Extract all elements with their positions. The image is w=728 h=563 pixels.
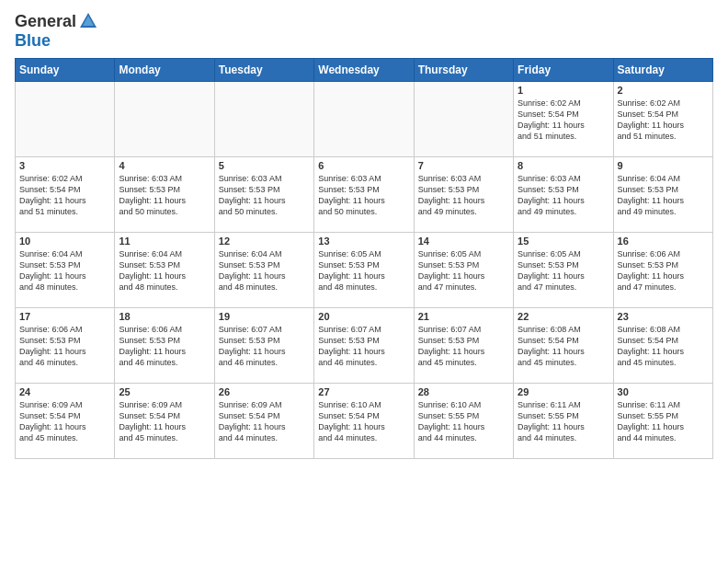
day-number: 6 xyxy=(318,160,409,171)
day-info: Sunrise: 6:08 AM Sunset: 5:54 PM Dayligh… xyxy=(518,324,609,369)
day-number: 9 xyxy=(618,160,709,171)
day-info: Sunrise: 6:09 AM Sunset: 5:54 PM Dayligh… xyxy=(19,399,110,444)
day-number: 18 xyxy=(119,311,210,322)
day-info: Sunrise: 6:04 AM Sunset: 5:53 PM Dayligh… xyxy=(19,248,110,293)
day-number: 22 xyxy=(518,311,609,322)
calendar-week-row: 1Sunrise: 6:02 AM Sunset: 5:54 PM Daylig… xyxy=(16,82,713,157)
day-number: 29 xyxy=(518,386,609,397)
calendar-cell: 21Sunrise: 6:07 AM Sunset: 5:53 PM Dayli… xyxy=(414,308,513,384)
day-number: 17 xyxy=(19,311,110,322)
day-info: Sunrise: 6:03 AM Sunset: 5:53 PM Dayligh… xyxy=(219,173,310,218)
day-number: 15 xyxy=(518,236,609,247)
calendar-cell: 12Sunrise: 6:04 AM Sunset: 5:53 PM Dayli… xyxy=(214,233,313,308)
day-number: 26 xyxy=(219,386,310,397)
day-number: 25 xyxy=(119,386,210,397)
calendar-cell: 16Sunrise: 6:06 AM Sunset: 5:53 PM Dayli… xyxy=(613,233,712,308)
calendar-cell: 28Sunrise: 6:10 AM Sunset: 5:55 PM Dayli… xyxy=(414,384,513,459)
day-info: Sunrise: 6:09 AM Sunset: 5:54 PM Dayligh… xyxy=(219,399,310,444)
day-info: Sunrise: 6:05 AM Sunset: 5:53 PM Dayligh… xyxy=(518,248,609,293)
day-info: Sunrise: 6:05 AM Sunset: 5:53 PM Dayligh… xyxy=(418,248,509,293)
day-info: Sunrise: 6:08 AM Sunset: 5:54 PM Dayligh… xyxy=(618,324,709,369)
day-info: Sunrise: 6:04 AM Sunset: 5:53 PM Dayligh… xyxy=(618,173,709,218)
logo: General Blue xyxy=(15,11,98,51)
weekday-header: Monday xyxy=(115,59,214,82)
calendar: SundayMondayTuesdayWednesdayThursdayFrid… xyxy=(15,58,713,459)
calendar-cell xyxy=(314,82,414,157)
calendar-cell: 14Sunrise: 6:05 AM Sunset: 5:53 PM Dayli… xyxy=(414,233,513,308)
day-info: Sunrise: 6:03 AM Sunset: 5:53 PM Dayligh… xyxy=(418,173,509,218)
day-number: 20 xyxy=(318,311,409,322)
weekday-header: Saturday xyxy=(613,59,712,82)
calendar-week-row: 24Sunrise: 6:09 AM Sunset: 5:54 PM Dayli… xyxy=(16,384,713,459)
calendar-cell: 1Sunrise: 6:02 AM Sunset: 5:54 PM Daylig… xyxy=(514,82,613,157)
day-info: Sunrise: 6:04 AM Sunset: 5:53 PM Dayligh… xyxy=(219,248,310,293)
day-number: 10 xyxy=(19,236,110,247)
calendar-cell: 11Sunrise: 6:04 AM Sunset: 5:53 PM Dayli… xyxy=(115,233,214,308)
day-info: Sunrise: 6:07 AM Sunset: 5:53 PM Dayligh… xyxy=(219,324,310,369)
calendar-cell: 15Sunrise: 6:05 AM Sunset: 5:53 PM Dayli… xyxy=(514,233,613,308)
calendar-cell: 30Sunrise: 6:11 AM Sunset: 5:55 PM Dayli… xyxy=(613,384,712,459)
day-number: 14 xyxy=(418,236,509,247)
calendar-cell xyxy=(16,82,115,157)
calendar-cell: 26Sunrise: 6:09 AM Sunset: 5:54 PM Dayli… xyxy=(214,384,313,459)
day-number: 28 xyxy=(418,386,509,397)
calendar-cell: 20Sunrise: 6:07 AM Sunset: 5:53 PM Dayli… xyxy=(314,308,414,384)
day-info: Sunrise: 6:11 AM Sunset: 5:55 PM Dayligh… xyxy=(618,399,709,444)
day-number: 27 xyxy=(318,386,409,397)
day-info: Sunrise: 6:02 AM Sunset: 5:54 PM Dayligh… xyxy=(19,173,110,218)
calendar-cell: 8Sunrise: 6:03 AM Sunset: 5:53 PM Daylig… xyxy=(514,157,613,233)
day-info: Sunrise: 6:10 AM Sunset: 5:55 PM Dayligh… xyxy=(418,399,509,444)
day-number: 4 xyxy=(119,160,210,171)
day-number: 21 xyxy=(418,311,509,322)
calendar-cell: 19Sunrise: 6:07 AM Sunset: 5:53 PM Dayli… xyxy=(214,308,313,384)
calendar-cell: 4Sunrise: 6:03 AM Sunset: 5:53 PM Daylig… xyxy=(115,157,214,233)
calendar-cell: 7Sunrise: 6:03 AM Sunset: 5:53 PM Daylig… xyxy=(414,157,513,233)
weekday-header: Tuesday xyxy=(214,59,313,82)
logo-general-text: General xyxy=(15,12,76,31)
day-number: 19 xyxy=(219,311,310,322)
header: General Blue xyxy=(15,11,713,51)
page: General Blue SundayMondayTuesdayWednesda… xyxy=(0,0,728,563)
day-info: Sunrise: 6:06 AM Sunset: 5:53 PM Dayligh… xyxy=(119,324,210,369)
calendar-cell xyxy=(414,82,513,157)
calendar-header-row: SundayMondayTuesdayWednesdayThursdayFrid… xyxy=(16,59,713,82)
weekday-header: Sunday xyxy=(16,59,115,82)
day-number: 16 xyxy=(618,236,709,247)
day-info: Sunrise: 6:03 AM Sunset: 5:53 PM Dayligh… xyxy=(318,173,409,218)
calendar-cell: 9Sunrise: 6:04 AM Sunset: 5:53 PM Daylig… xyxy=(613,157,712,233)
calendar-cell: 29Sunrise: 6:11 AM Sunset: 5:55 PM Dayli… xyxy=(514,384,613,459)
day-number: 12 xyxy=(219,236,310,247)
calendar-cell: 3Sunrise: 6:02 AM Sunset: 5:54 PM Daylig… xyxy=(16,157,115,233)
calendar-cell: 5Sunrise: 6:03 AM Sunset: 5:53 PM Daylig… xyxy=(214,157,313,233)
day-number: 7 xyxy=(418,160,509,171)
calendar-cell: 27Sunrise: 6:10 AM Sunset: 5:54 PM Dayli… xyxy=(314,384,414,459)
calendar-cell: 25Sunrise: 6:09 AM Sunset: 5:54 PM Dayli… xyxy=(115,384,214,459)
calendar-cell: 13Sunrise: 6:05 AM Sunset: 5:53 PM Dayli… xyxy=(314,233,414,308)
day-number: 30 xyxy=(618,386,709,397)
day-info: Sunrise: 6:10 AM Sunset: 5:54 PM Dayligh… xyxy=(318,399,409,444)
day-number: 13 xyxy=(318,236,409,247)
calendar-cell: 18Sunrise: 6:06 AM Sunset: 5:53 PM Dayli… xyxy=(115,308,214,384)
calendar-cell xyxy=(214,82,313,157)
logo-icon xyxy=(78,11,98,31)
day-number: 8 xyxy=(518,160,609,171)
day-info: Sunrise: 6:09 AM Sunset: 5:54 PM Dayligh… xyxy=(119,399,210,444)
calendar-week-row: 17Sunrise: 6:06 AM Sunset: 5:53 PM Dayli… xyxy=(16,308,713,384)
day-info: Sunrise: 6:07 AM Sunset: 5:53 PM Dayligh… xyxy=(318,324,409,369)
day-info: Sunrise: 6:06 AM Sunset: 5:53 PM Dayligh… xyxy=(618,248,709,293)
day-info: Sunrise: 6:03 AM Sunset: 5:53 PM Dayligh… xyxy=(119,173,210,218)
day-info: Sunrise: 6:04 AM Sunset: 5:53 PM Dayligh… xyxy=(119,248,210,293)
day-number: 5 xyxy=(219,160,310,171)
weekday-header: Wednesday xyxy=(314,59,414,82)
day-info: Sunrise: 6:05 AM Sunset: 5:53 PM Dayligh… xyxy=(318,248,409,293)
calendar-cell: 23Sunrise: 6:08 AM Sunset: 5:54 PM Dayli… xyxy=(613,308,712,384)
day-info: Sunrise: 6:03 AM Sunset: 5:53 PM Dayligh… xyxy=(518,173,609,218)
calendar-cell: 22Sunrise: 6:08 AM Sunset: 5:54 PM Dayli… xyxy=(514,308,613,384)
calendar-cell: 6Sunrise: 6:03 AM Sunset: 5:53 PM Daylig… xyxy=(314,157,414,233)
day-info: Sunrise: 6:02 AM Sunset: 5:54 PM Dayligh… xyxy=(618,98,709,143)
logo-blue-text: Blue xyxy=(15,31,51,51)
weekday-header: Thursday xyxy=(414,59,513,82)
calendar-week-row: 3Sunrise: 6:02 AM Sunset: 5:54 PM Daylig… xyxy=(16,157,713,233)
calendar-cell: 10Sunrise: 6:04 AM Sunset: 5:53 PM Dayli… xyxy=(16,233,115,308)
day-info: Sunrise: 6:07 AM Sunset: 5:53 PM Dayligh… xyxy=(418,324,509,369)
